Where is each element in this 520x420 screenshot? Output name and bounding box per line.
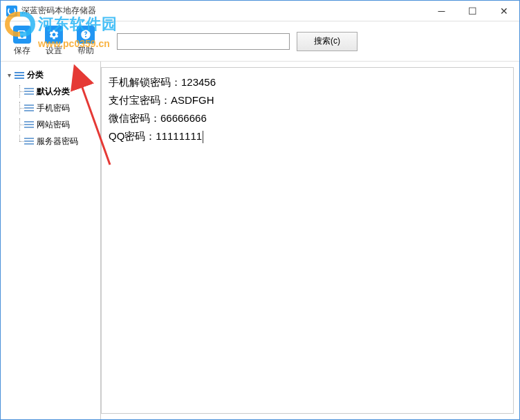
sidebar-item-default[interactable]: 默认分类 bbox=[15, 83, 98, 100]
save-icon bbox=[13, 26, 31, 44]
sidebar-item-label: 默认分类 bbox=[37, 86, 70, 98]
content-line: 微信密码：66666666 bbox=[109, 109, 506, 127]
sidebar-item-label: 服务器密码 bbox=[37, 136, 78, 147]
sidebar-item-website[interactable]: 网站密码 bbox=[15, 116, 98, 133]
search-input[interactable] bbox=[117, 33, 290, 50]
list-icon bbox=[15, 72, 24, 79]
text-cursor bbox=[203, 131, 203, 143]
save-label: 保存 bbox=[14, 45, 30, 57]
titlebar: 深蓝密码本地存储器 ─ ☐ ✕ bbox=[1, 1, 519, 21]
toolbar: 保存 设置 帮助 搜索(c) bbox=[1, 21, 519, 62]
save-button[interactable]: 保存 bbox=[8, 24, 37, 58]
category-list: 默认分类 手机密码 网站密码 服务器密码 bbox=[15, 83, 98, 149]
search-area: 搜索(c) bbox=[117, 32, 512, 51]
settings-button[interactable]: 设置 bbox=[39, 24, 68, 58]
content-line: QQ密码：11111111 bbox=[109, 127, 506, 145]
window-title: 深蓝密码本地存储器 bbox=[21, 5, 426, 17]
sidebar-item-label: 网站密码 bbox=[37, 119, 70, 131]
search-button[interactable]: 搜索(c) bbox=[297, 32, 358, 51]
content-area: ▾ 分类 默认分类 手机密码 网站密码 bbox=[1, 62, 519, 419]
sidebar-item-label: 手机密码 bbox=[37, 102, 70, 114]
maximize-button[interactable]: ☐ bbox=[457, 1, 488, 21]
help-button[interactable]: 帮助 bbox=[71, 24, 100, 58]
list-icon bbox=[24, 88, 34, 95]
sidebar-item-phone[interactable]: 手机密码 bbox=[15, 100, 98, 116]
help-icon bbox=[77, 26, 95, 44]
help-label: 帮助 bbox=[77, 45, 94, 57]
list-icon bbox=[24, 104, 34, 111]
list-icon bbox=[24, 121, 34, 128]
close-button[interactable]: ✕ bbox=[488, 1, 519, 21]
category-root[interactable]: ▾ 分类 bbox=[3, 67, 98, 83]
minimize-button[interactable]: ─ bbox=[426, 1, 457, 21]
content-line: 手机解锁密码：123456 bbox=[109, 73, 506, 91]
content-line: 支付宝密码：ASDFGH bbox=[109, 91, 506, 109]
app-window: 河东软件园 www.pc0359.cn 深蓝密码本地存储器 ─ ☐ ✕ 保存 设… bbox=[0, 0, 520, 420]
category-root-label: 分类 bbox=[27, 69, 44, 81]
list-icon bbox=[24, 138, 34, 145]
collapse-icon[interactable]: ▾ bbox=[5, 71, 13, 80]
sidebar-item-server[interactable]: 服务器密码 bbox=[15, 133, 98, 149]
editor-area[interactable]: 手机解锁密码：123456 支付宝密码：ASDFGH 微信密码：66666666… bbox=[101, 67, 514, 414]
app-icon bbox=[6, 6, 17, 17]
sidebar: ▾ 分类 默认分类 手机密码 网站密码 bbox=[1, 62, 101, 419]
gear-icon bbox=[45, 26, 63, 44]
settings-label: 设置 bbox=[46, 45, 62, 57]
